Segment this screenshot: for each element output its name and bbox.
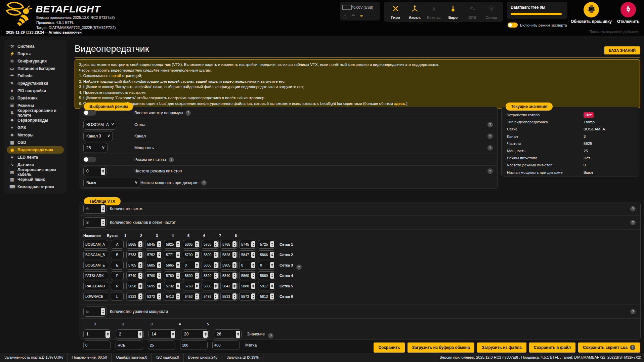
stepper-icon[interactable] — [138, 252, 142, 258]
frequency-input[interactable]: 5800 — [183, 271, 200, 280]
note-link[interactable]: здесь — [394, 102, 405, 106]
frequency-input[interactable]: 5665 — [164, 261, 181, 270]
stepper-icon[interactable] — [195, 252, 199, 258]
frequency-input[interactable]: 5740 — [126, 271, 143, 280]
help-icon[interactable]: ? — [630, 309, 636, 314]
stepper-up-icon[interactable] — [237, 332, 239, 334]
sidebar-item-failsafe[interactable]: ☂Failsafe — [4, 72, 67, 80]
stepper-down-icon[interactable] — [177, 286, 179, 288]
stepper-icon[interactable] — [101, 205, 105, 212]
stepper-down-icon[interactable] — [196, 276, 198, 277]
band-name-input[interactable]: LOWRACE — [83, 292, 108, 301]
sidebar-item-led-strip[interactable]: ⚲LED лента — [4, 154, 67, 161]
sidebar-item-logging[interactable]: ▤Логирование через кабель — [4, 168, 67, 176]
stepper-down-icon[interactable] — [177, 297, 179, 298]
power-value-input[interactable]: 20 — [181, 329, 209, 339]
frequency-input[interactable]: 5413 — [164, 292, 181, 301]
stepper-down-icon[interactable] — [233, 255, 235, 256]
power-label-input[interactable]: 400 — [212, 340, 240, 350]
stepper-down-icon[interactable] — [215, 297, 217, 298]
stepper-down-icon[interactable] — [139, 255, 141, 256]
frequency-input[interactable]: 5573 — [239, 292, 256, 301]
stepper-down-icon[interactable] — [139, 245, 141, 246]
stepper-up-icon[interactable] — [177, 274, 179, 275]
stepper-icon[interactable] — [251, 252, 255, 258]
frequency-input[interactable]: 5905 — [220, 261, 238, 270]
stepper-down-icon[interactable] — [158, 266, 160, 267]
stepper-icon[interactable] — [270, 252, 274, 258]
stepper-up-icon[interactable] — [233, 274, 235, 275]
power-select[interactable]: 25˅ — [83, 143, 108, 153]
stepper-up-icon[interactable] — [196, 264, 198, 265]
help-icon[interactable]: ? — [169, 157, 174, 162]
sidebar-item-receiver[interactable]: ☊Приёмник — [4, 94, 67, 102]
show-recent-actions-link[interactable]: Показать недавние действия — [589, 30, 639, 34]
frequency-input[interactable]: 5760 — [145, 271, 162, 280]
stepper-up-icon[interactable] — [172, 332, 174, 334]
power-value-input[interactable]: 2 — [116, 329, 144, 339]
stepper-up-icon[interactable] — [252, 243, 254, 244]
stepper-up-icon[interactable] — [205, 332, 207, 334]
power-label-input[interactable]: 0 — [83, 340, 111, 350]
stepper-down-icon[interactable] — [139, 334, 141, 336]
stepper-down-icon[interactable] — [271, 266, 273, 267]
help-icon[interactable]: ? — [630, 206, 636, 211]
stepper-up-icon[interactable] — [215, 274, 217, 275]
power-label-input[interactable]: 100 — [180, 340, 208, 350]
stepper-icon[interactable] — [203, 331, 208, 338]
stepper-up-icon[interactable] — [215, 253, 217, 254]
stepper-icon[interactable] — [176, 293, 180, 299]
stepper-up-icon[interactable] — [271, 243, 273, 244]
stepper-icon[interactable] — [171, 331, 175, 338]
sidebar-item-presets[interactable]: ✎Предустановки — [4, 80, 67, 87]
sidebar-item-vtx[interactable]: ◉Видеопередатчик — [7, 146, 64, 154]
stepper-icon[interactable] — [270, 241, 274, 247]
disconnect-button[interactable]: Отключить — [615, 2, 641, 24]
stepper-icon[interactable] — [232, 273, 237, 279]
stepper-down-icon[interactable] — [233, 245, 235, 246]
help-icon[interactable]: ? — [487, 122, 493, 127]
stepper-down-icon[interactable] — [271, 255, 273, 256]
channel-select[interactable]: Канал 3˅ — [83, 131, 113, 141]
stepper-down-icon[interactable] — [271, 276, 273, 277]
stepper-up-icon[interactable] — [177, 295, 179, 296]
frequency-input[interactable]: 5860 — [239, 271, 256, 280]
stepper-up-icon[interactable] — [158, 274, 160, 275]
stepper-icon[interactable] — [157, 241, 161, 247]
stepper-up-icon[interactable] — [158, 253, 160, 254]
stepper-down-icon[interactable] — [271, 245, 273, 246]
stepper-down-icon[interactable] — [158, 276, 160, 277]
stepper-down-icon[interactable] — [196, 266, 198, 267]
stepper-icon[interactable] — [270, 273, 274, 279]
frequency-input[interactable]: 5752 — [145, 250, 162, 259]
stepper-down-icon[interactable] — [177, 245, 179, 246]
band-name-input[interactable]: BOSCAM_A — [83, 240, 108, 249]
frequency-input[interactable]: 5917 — [258, 282, 275, 290]
help-icon[interactable]: ? — [487, 133, 493, 139]
frequency-input[interactable]: 5820 — [202, 271, 219, 280]
sidebar-item-pid-tuning[interactable]: ⋔PID настройки — [4, 87, 67, 94]
save-lua-script-button[interactable]: Сохранить скрипт Lua? — [578, 343, 640, 353]
sidebar-item-ports[interactable]: ⚡Порты — [4, 50, 67, 57]
stepper-up-icon[interactable] — [233, 295, 235, 296]
stepper-down-icon[interactable] — [233, 286, 235, 288]
stepper-icon[interactable] — [232, 293, 237, 299]
stepper-up-icon[interactable] — [215, 295, 217, 296]
stepper-icon[interactable] — [176, 262, 180, 268]
frequency-input[interactable]: 5843 — [220, 282, 238, 290]
stepper-up-icon[interactable] — [215, 264, 217, 265]
band-letter-input[interactable]: B — [111, 250, 124, 259]
stepper-icon[interactable] — [214, 273, 218, 279]
frequency-input[interactable]: 5865 — [126, 240, 143, 249]
stepper-up-icon[interactable] — [215, 284, 217, 286]
frequency-input[interactable]: 5733 — [126, 250, 143, 259]
bands-count-input[interactable]: 6 — [83, 204, 106, 214]
stepper-up-icon[interactable] — [271, 274, 273, 275]
stepper-up-icon[interactable] — [107, 332, 109, 334]
firmware-flasher-button[interactable]: Обновить прошивку — [571, 2, 611, 24]
load-from-file-button[interactable]: Загрузить из файла — [477, 343, 526, 353]
stepper-up-icon[interactable] — [271, 253, 273, 254]
stepper-down-icon[interactable] — [215, 266, 217, 267]
stepper-down-icon[interactable] — [196, 255, 198, 256]
frequency-input[interactable]: 5695 — [145, 282, 162, 290]
